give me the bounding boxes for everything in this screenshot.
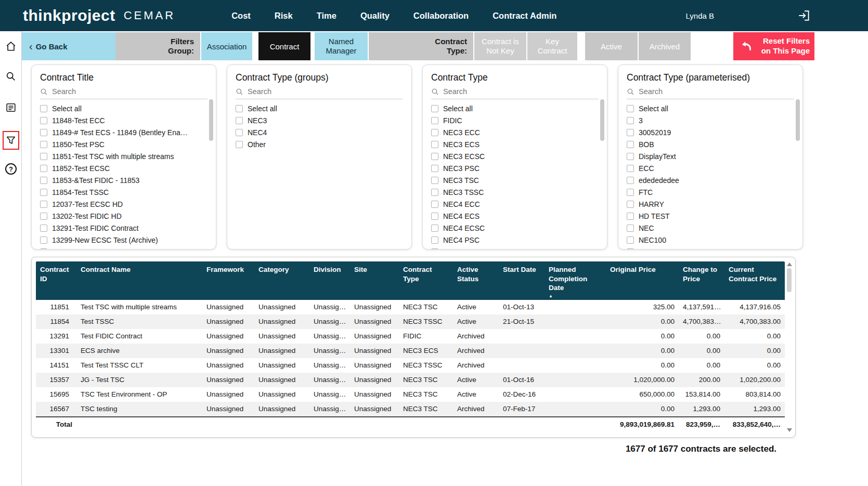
col-contract-name[interactable]: Contract Name [76, 261, 202, 300]
filter-group-contract-button[interactable]: Contract [258, 32, 310, 60]
checkbox-item[interactable]: 13202-Test FIDIC HD [40, 210, 208, 222]
scrollbar-thumb[interactable] [796, 99, 800, 141]
table-row[interactable]: 16567 TSC testing Unassigned Unassigned … [36, 402, 785, 416]
nav-item[interactable]: Risk [275, 11, 293, 21]
checkbox[interactable] [431, 165, 438, 172]
checkbox[interactable] [40, 177, 47, 184]
checkbox[interactable] [627, 237, 634, 244]
contract-is-not-key-button[interactable]: Contract is Not Key [474, 32, 526, 60]
checkbox[interactable] [627, 165, 634, 172]
checkbox[interactable] [431, 177, 438, 184]
checkbox-item[interactable]: NEC3 ECS [431, 138, 599, 150]
filter-group-named-manager-button[interactable]: Named Manager [315, 32, 368, 60]
checkbox[interactable] [431, 189, 438, 196]
col-framework[interactable]: Framework [202, 261, 254, 300]
checkbox[interactable] [40, 248, 47, 250]
checkbox[interactable] [627, 153, 634, 160]
logout-icon[interactable] [797, 9, 811, 22]
checkbox[interactable] [431, 117, 438, 124]
scrollbar-thumb[interactable] [209, 99, 213, 141]
nav-item[interactable]: Time [317, 11, 336, 21]
checkbox-item[interactable]: 3 [627, 114, 794, 126]
table-row[interactable]: 14151 Test Test TSSC CLT Unassigned Unas… [36, 358, 785, 373]
checkbox[interactable] [40, 117, 47, 124]
table-row[interactable]: 15695 TSC Test Environment - OP Unassign… [36, 387, 785, 402]
checkbox-item[interactable]: NEC4 PSSC [431, 246, 599, 249]
checkbox[interactable] [431, 153, 438, 160]
checkbox-item[interactable]: FIDIC [431, 114, 599, 126]
checkbox[interactable] [431, 213, 438, 220]
checkbox[interactable] [431, 225, 438, 232]
filter-group-association-button[interactable]: Association [201, 32, 252, 60]
checkbox-item[interactable]: 11848-Test ECC [40, 114, 208, 126]
checkbox[interactable] [40, 189, 47, 196]
checkbox-item[interactable]: 11854-Test TSSC [40, 186, 208, 198]
checkbox[interactable] [627, 105, 634, 112]
checkbox[interactable] [40, 105, 47, 112]
home-icon[interactable] [0, 41, 22, 52]
checkbox-item[interactable]: NEC4 PSC [431, 234, 599, 246]
checkbox-item[interactable]: NEC3 ECSC [431, 150, 599, 162]
checkbox-item[interactable]: Select all [236, 102, 403, 114]
checkbox[interactable] [627, 177, 634, 184]
nav-item[interactable]: Quality [360, 11, 390, 21]
scrollbar-thumb[interactable] [787, 268, 792, 292]
col-active-status[interactable]: Active Status [453, 261, 499, 300]
nav-item[interactable]: Contract Admin [493, 11, 556, 21]
table-row[interactable]: 13301 ECS archive Unassigned Unassigned … [36, 344, 785, 358]
checkbox[interactable] [236, 105, 243, 112]
go-back-button[interactable]: ‹ Go Back [22, 32, 115, 60]
checkbox[interactable] [236, 141, 243, 148]
checkbox[interactable] [627, 117, 634, 124]
checkbox-item[interactable]: 12037-Test ECSC HD [40, 198, 208, 210]
panel-search-input[interactable] [639, 87, 784, 96]
checkbox[interactable] [40, 129, 47, 136]
panel-search-input[interactable] [52, 87, 198, 96]
checkbox-item[interactable]: 11852-Test ECSC [40, 162, 208, 174]
checkbox-item[interactable]: NEC4 ECC [431, 198, 599, 210]
checkbox[interactable] [40, 213, 47, 220]
table-row[interactable]: 15357 JG - Test TSC Unassigned Unassigne… [36, 373, 785, 387]
checkbox[interactable] [431, 248, 438, 250]
user-name[interactable]: Lynda B [686, 11, 715, 20]
col-planned-completion-date[interactable]: Planned Completion Date ▲ [545, 261, 606, 300]
checkbox[interactable] [40, 153, 47, 160]
checkbox[interactable] [40, 165, 47, 172]
checkbox-item[interactable]: ededededee [627, 174, 794, 186]
checkbox[interactable] [431, 141, 438, 148]
filter-icon-selected[interactable] [0, 131, 22, 150]
checkbox-item[interactable]: NEC4 ECS [431, 210, 599, 222]
col-contract-id[interactable]: Contract ID [36, 261, 76, 300]
checkbox-item[interactable]: NEC3 PSC [431, 162, 599, 174]
col-division[interactable]: Division [309, 261, 350, 300]
checkbox-item[interactable]: 13291-Test FIDIC Contract [40, 222, 208, 234]
checkbox-item[interactable]: NEC3 ECC On-A [627, 246, 794, 249]
checkbox[interactable] [40, 237, 47, 244]
active-filter-button[interactable]: Active [585, 32, 638, 60]
checkbox-item[interactable]: BOB [627, 138, 794, 150]
col-category[interactable]: Category [254, 261, 309, 300]
checkbox[interactable] [627, 201, 634, 208]
checkbox[interactable] [431, 129, 438, 136]
checkbox-item[interactable]: NEC3 [236, 114, 403, 126]
panel-search-input[interactable] [443, 87, 589, 96]
checkbox[interactable] [431, 201, 438, 208]
checkbox-item[interactable]: 11849-# Test ECS - 11849 (Bentley Ena… [40, 126, 208, 138]
checkbox[interactable] [236, 117, 243, 124]
checkbox-item[interactable]: 11851-Test TSC with multiple streams [40, 150, 208, 162]
checkbox[interactable] [627, 248, 634, 250]
scrollbar-thumb[interactable] [600, 99, 604, 141]
checkbox-item[interactable]: Select all [431, 102, 599, 114]
checkbox-item[interactable]: NEC4 ECSC [431, 222, 599, 234]
checkbox[interactable] [627, 213, 634, 220]
checkbox-item[interactable]: 13301-ECS archive [40, 246, 208, 249]
col-start-date[interactable]: Start Date [499, 261, 545, 300]
table-row[interactable]: 13291 Test FIDIC Contract Unassigned Una… [36, 329, 785, 344]
checkbox-item[interactable]: Select all [627, 102, 794, 114]
checkbox-item[interactable]: NEC3 TSSC [431, 186, 599, 198]
col-current-contract-price[interactable]: Current Contract Price [724, 261, 785, 300]
panel-scrollbar[interactable] [209, 99, 213, 242]
col-site[interactable]: Site [350, 261, 399, 300]
checkbox-item[interactable]: Other [236, 138, 403, 150]
checkbox-item[interactable]: NEC3 TSC [431, 174, 599, 186]
